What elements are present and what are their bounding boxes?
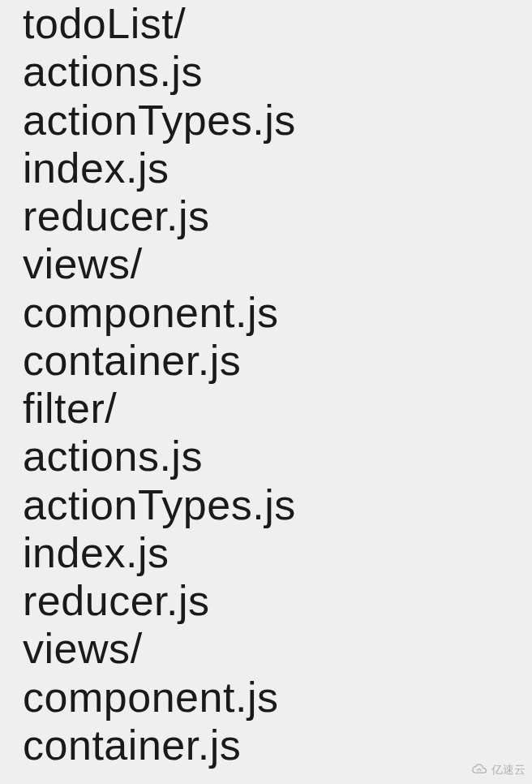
file-tree-line: views/ [23,240,509,288]
file-tree-line: container.js [23,722,509,769]
file-tree-line: index.js [23,144,509,192]
cloud-icon [472,764,488,778]
file-tree-line: actions.js [23,48,509,96]
watermark: 亿速云 [472,763,526,778]
file-tree-line: reducer.js [23,192,509,240]
file-tree-line: todoList/ [23,0,509,48]
file-tree-line: views/ [23,625,509,673]
file-tree-line: reducer.js [23,577,509,625]
file-tree-line: component.js [23,289,509,337]
file-tree-line: actions.js [23,433,509,480]
watermark-text: 亿速云 [491,763,526,778]
file-tree-line: container.js [23,337,509,385]
file-tree-line: filter/ [23,385,509,433]
file-tree-list: todoList/ actions.js actionTypes.js inde… [0,0,532,769]
file-tree-line: index.js [23,529,509,577]
file-tree-line: actionTypes.js [23,97,509,144]
file-tree-line: actionTypes.js [23,481,509,529]
file-tree-line: component.js [23,674,509,722]
